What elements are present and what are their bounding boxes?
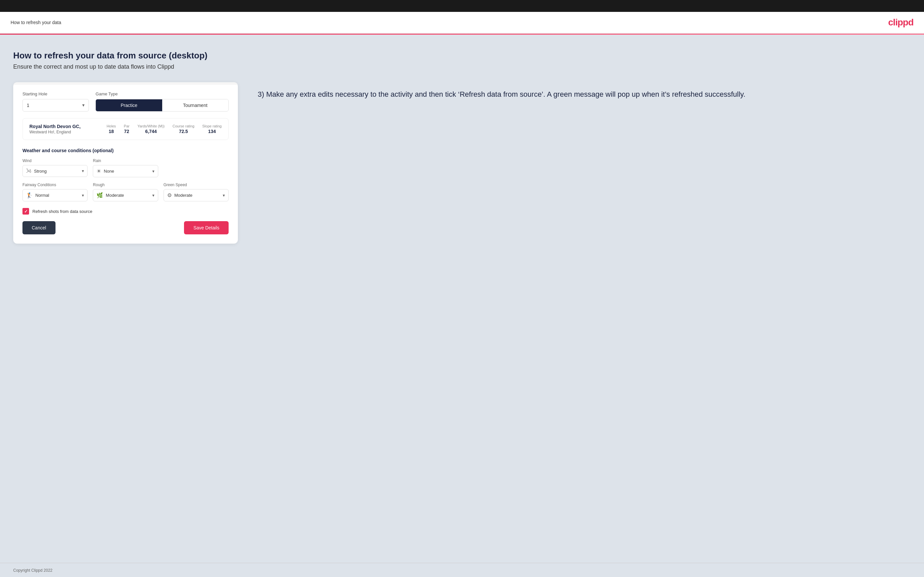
- wind-group: Wind 🌬 Strong ▼: [23, 158, 87, 177]
- starting-hole-group: Starting Hole 1 10 ▼: [23, 92, 89, 111]
- header: How to refresh your data clippd: [0, 12, 924, 34]
- footer: Copyright Clippd 2022: [0, 563, 924, 577]
- holes-stat: Holes 18: [107, 124, 116, 134]
- chevron-down-icon: ▼: [222, 193, 226, 197]
- game-type-toggle: Practice Tournament: [95, 99, 229, 111]
- holes-label: Holes: [107, 124, 116, 128]
- yards-stat: Yards/White (M)) 6,744: [137, 124, 165, 134]
- course-rating-value: 72.5: [173, 129, 194, 134]
- chevron-down-icon: ▼: [152, 193, 155, 197]
- sidebar-text: 3) Make any extra edits necessary to the…: [258, 82, 911, 100]
- sidebar-description: 3) Make any extra edits necessary to the…: [258, 89, 911, 100]
- rain-group: Rain ☀ None ▼: [93, 158, 158, 177]
- main-content: How to refresh your data from source (de…: [0, 35, 924, 563]
- rough-icon: 🌿: [97, 192, 103, 198]
- green-speed-label: Green Speed: [163, 182, 229, 187]
- course-rating-label: Course rating: [173, 124, 194, 128]
- refresh-checkbox-label: Refresh shots from data source: [32, 209, 92, 214]
- fairway-icon: 🏌: [26, 192, 33, 198]
- refresh-checkbox-row: Refresh shots from data source: [23, 208, 229, 214]
- chevron-down-icon: ▼: [152, 169, 155, 173]
- page-subheading: Ensure the correct and most up to date d…: [13, 63, 911, 70]
- fairway-select[interactable]: 🏌 Normal ▼: [23, 189, 87, 201]
- holes-value: 18: [107, 129, 116, 134]
- par-label: Par: [124, 124, 129, 128]
- refresh-checkbox[interactable]: [23, 208, 29, 214]
- green-speed-select[interactable]: ⚙ Moderate ▼: [163, 189, 229, 201]
- rough-label: Rough: [93, 182, 158, 187]
- fairway-value: Normal: [36, 193, 77, 198]
- slope-rating-stat: Slope rating 134: [202, 124, 222, 134]
- button-row: Cancel Save Details: [23, 221, 229, 234]
- wind-value: Strong: [34, 169, 77, 174]
- rain-icon: ☀: [97, 168, 101, 174]
- green-speed-group: Green Speed ⚙ Moderate ▼: [163, 182, 229, 201]
- green-speed-value: Moderate: [174, 193, 218, 198]
- game-type-label: Game Type: [95, 92, 229, 97]
- wind-select[interactable]: 🌬 Strong ▼: [23, 165, 87, 177]
- logo: clippd: [888, 17, 913, 28]
- course-info-left: Royal North Devon GC, Westward Ho!, Engl…: [29, 124, 81, 134]
- starting-hole-input[interactable]: 1 10: [23, 99, 89, 111]
- yards-label: Yards/White (M)): [137, 124, 165, 128]
- course-name: Royal North Devon GC,: [29, 124, 81, 129]
- green-speed-icon: ⚙: [167, 192, 172, 198]
- form-panel: Starting Hole 1 10 ▼ Game Type Practice …: [13, 82, 238, 243]
- tournament-button[interactable]: Tournament: [162, 99, 228, 111]
- rough-select[interactable]: 🌿 Moderate ▼: [93, 189, 158, 201]
- fairway-group: Fairway Conditions 🏌 Normal ▼: [23, 182, 87, 201]
- top-bar: [0, 0, 924, 12]
- course-stats: Holes 18 Par 72 Yards/White (M)) 6,744 C…: [107, 124, 222, 134]
- top-form-row: Starting Hole 1 10 ▼ Game Type Practice …: [23, 92, 229, 111]
- rain-select[interactable]: ☀ None ▼: [93, 165, 158, 177]
- rough-group: Rough 🌿 Moderate ▼: [93, 182, 158, 201]
- rain-value: None: [104, 169, 147, 174]
- fairway-rough-green-row: Fairway Conditions 🏌 Normal ▼ Rough 🌿 Mo…: [23, 182, 229, 201]
- slope-rating-value: 134: [202, 129, 222, 134]
- course-info-box: Royal North Devon GC, Westward Ho!, Engl…: [23, 118, 229, 140]
- par-stat: Par 72: [124, 124, 129, 134]
- header-title: How to refresh your data: [11, 20, 61, 25]
- wind-rain-row: Wind 🌬 Strong ▼ Rain ☀ None ▼: [23, 158, 229, 177]
- conditions-section-title: Weather and course conditions (optional): [23, 148, 229, 153]
- course-rating-stat: Course rating 72.5: [173, 124, 194, 134]
- rough-value: Moderate: [106, 193, 147, 198]
- wind-icon: 🌬: [26, 168, 31, 174]
- footer-copyright: Copyright Clippd 2022: [13, 568, 53, 573]
- wind-label: Wind: [23, 158, 87, 163]
- par-value: 72: [124, 129, 129, 134]
- chevron-down-icon: ▼: [81, 193, 84, 197]
- course-location: Westward Ho!, England: [29, 130, 81, 134]
- content-area: Starting Hole 1 10 ▼ Game Type Practice …: [13, 82, 911, 243]
- starting-hole-select[interactable]: 1 10 ▼: [23, 99, 89, 111]
- page-heading: How to refresh your data from source (de…: [13, 50, 911, 61]
- slope-rating-label: Slope rating: [202, 124, 222, 128]
- game-type-group: Game Type Practice Tournament: [95, 92, 229, 111]
- fairway-label: Fairway Conditions: [23, 182, 87, 187]
- chevron-down-icon: ▼: [81, 169, 84, 173]
- practice-button[interactable]: Practice: [96, 99, 162, 111]
- yards-value: 6,744: [137, 129, 165, 134]
- save-button[interactable]: Save Details: [184, 221, 229, 234]
- rain-label: Rain: [93, 158, 158, 163]
- cancel-button[interactable]: Cancel: [23, 221, 55, 234]
- starting-hole-label: Starting Hole: [23, 92, 89, 97]
